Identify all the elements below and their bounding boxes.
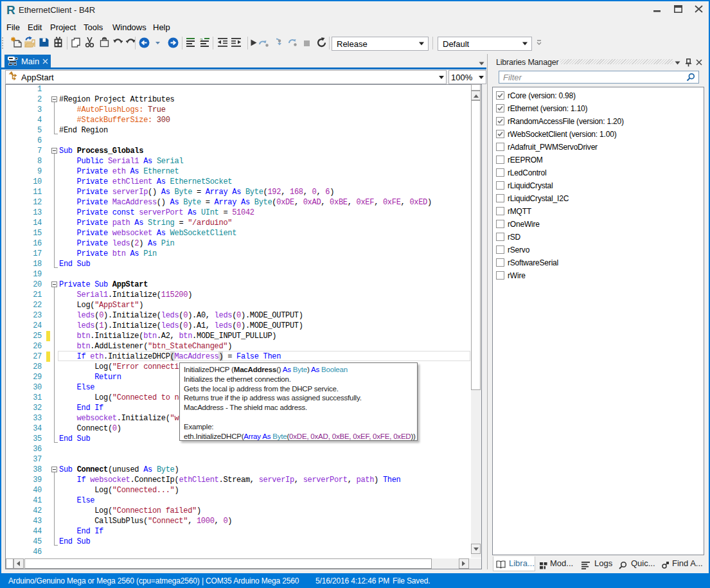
svg-text:2: 2 xyxy=(200,37,203,43)
